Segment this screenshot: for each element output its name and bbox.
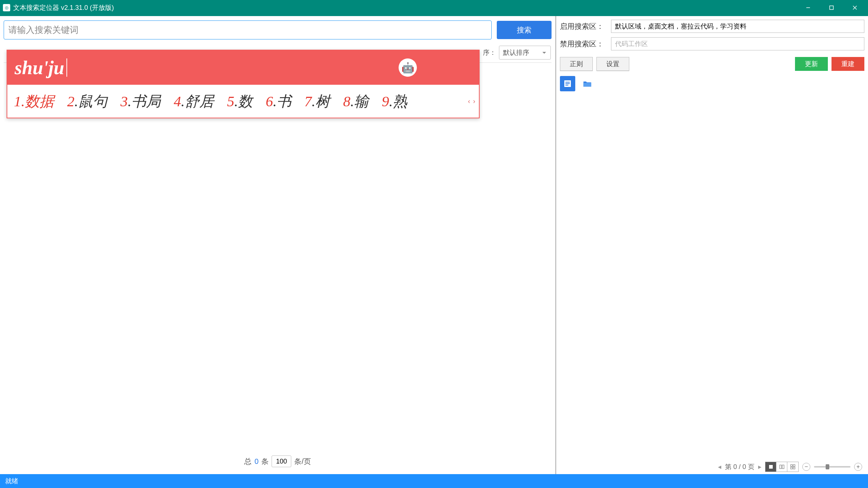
ime-candidate[interactable]: 8.输	[343, 91, 369, 111]
search-input[interactable]	[4, 20, 492, 39]
ime-candidate[interactable]: 1.数据	[14, 91, 54, 111]
view-single-icon[interactable]	[765, 462, 776, 472]
ime-cursor	[66, 58, 67, 77]
view-grid-icon[interactable]	[787, 462, 798, 472]
svg-rect-14	[791, 467, 792, 469]
disable-zones-input[interactable]	[611, 37, 864, 50]
zoom-in-button[interactable]: +	[854, 463, 862, 471]
settings-button[interactable]: 设置	[596, 57, 629, 71]
ime-pinyin: shu'ju	[15, 57, 64, 79]
svg-rect-10	[780, 465, 781, 469]
svg-rect-12	[791, 465, 792, 466]
total-suffix: 条	[261, 457, 269, 466]
sort-label: 序：	[483, 48, 496, 57]
svg-rect-11	[782, 465, 784, 469]
ime-candidate[interactable]: 2.鼠句	[67, 91, 107, 111]
ime-candidate[interactable]: 9.熟	[382, 91, 407, 111]
ime-candidates[interactable]: 1.数据 2.鼠句 3.书局 4.舒居 5.数 6.书 7.树 8.输 9.熟 …	[7, 85, 479, 118]
left-pane: 搜索 序： 默认排序 总 0 条 条/页 shu'ju 🤖 1.数据	[0, 16, 556, 474]
enable-zones-input[interactable]	[611, 20, 864, 33]
disable-label: 禁用搜索区：	[560, 39, 607, 49]
enable-label: 启用搜索区：	[560, 22, 607, 31]
zoom-slider[interactable]	[814, 466, 850, 468]
svg-rect-9	[769, 465, 773, 469]
window-title: 文本搜索定位器 v2.1.31.0 (开放版)	[13, 3, 801, 12]
page-size-suffix: 条/页	[294, 457, 311, 466]
ime-overlay: shu'ju 🤖 1.数据 2.鼠句 3.书局 4.舒居 5.数 6.书 7.树…	[7, 50, 480, 118]
status-text: 就绪	[5, 477, 18, 485]
ime-candidate[interactable]: 5.数	[227, 91, 253, 111]
title-bar: ◎ 文本搜索定位器 v2.1.31.0 (开放版)	[0, 0, 868, 15]
page-nav-next-icon[interactable]: ▸	[758, 463, 761, 471]
pagination: 总 0 条 条/页	[4, 452, 552, 470]
ime-next-icon[interactable]: ›	[473, 98, 475, 105]
update-button[interactable]: 更新	[795, 57, 828, 71]
page-nav-prev-icon[interactable]: ◂	[718, 463, 721, 471]
svg-rect-13	[793, 465, 795, 466]
ime-candidate[interactable]: 7.树	[304, 91, 330, 111]
maximize-button[interactable]	[824, 3, 839, 13]
rebuild-button[interactable]: 重建	[831, 57, 864, 71]
right-pane: 启用搜索区： 禁用搜索区： 正则 设置 更新 重建 ◂ 第 0 / 0 页	[556, 16, 868, 474]
svg-rect-15	[793, 467, 795, 469]
view-double-icon[interactable]	[776, 462, 787, 472]
open-folder-icon[interactable]	[580, 76, 595, 91]
total-prefix: 总	[244, 457, 251, 466]
search-button[interactable]: 搜索	[497, 21, 552, 39]
page-info: 第 0 / 0 页	[725, 462, 754, 471]
ime-candidate[interactable]: 3.书局	[120, 91, 161, 111]
ime-candidate[interactable]: 4.舒居	[174, 91, 214, 111]
preview-text-icon[interactable]	[560, 76, 575, 91]
view-mode-toggle[interactable]	[765, 462, 799, 472]
page-size-input[interactable]	[272, 455, 291, 467]
sort-select[interactable]: 默认排序	[499, 46, 551, 60]
sort-value: 默认排序	[503, 48, 529, 57]
svg-rect-8	[584, 83, 591, 87]
svg-rect-1	[830, 6, 833, 9]
ime-prev-icon[interactable]: ‹	[468, 98, 470, 105]
total-count: 0	[254, 457, 258, 466]
ime-candidate[interactable]: 6.书	[266, 91, 291, 111]
regex-button[interactable]: 正则	[560, 57, 593, 71]
preview-area	[560, 94, 864, 460]
close-button[interactable]	[848, 3, 862, 13]
zoom-out-button[interactable]: −	[802, 463, 810, 471]
results-list	[4, 63, 552, 452]
status-bar: 就绪	[0, 474, 868, 488]
app-icon: ◎	[3, 4, 10, 11]
minimize-button[interactable]	[801, 3, 815, 13]
ime-mascot-icon: 🤖	[399, 58, 417, 77]
